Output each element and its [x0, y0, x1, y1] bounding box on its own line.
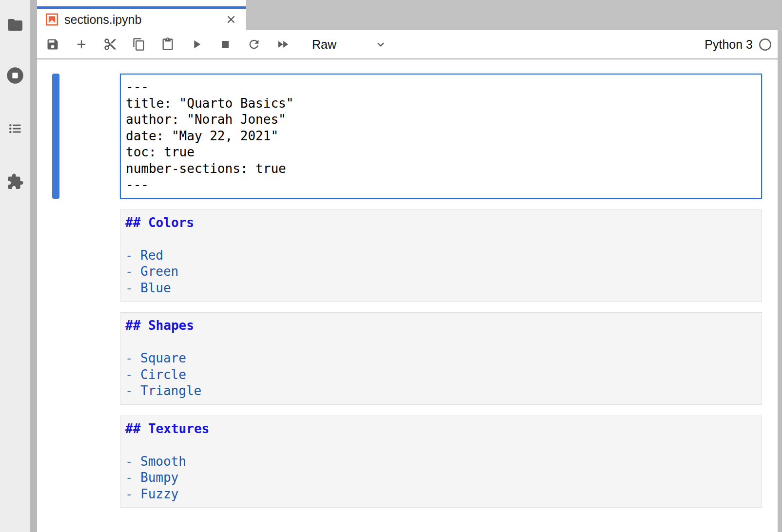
list-marker: -: [125, 350, 140, 367]
list-marker: -: [125, 383, 140, 399]
kernel-indicator: Python 3: [704, 38, 772, 52]
stop-circle-icon: [5, 66, 25, 85]
extension-manager-icon[interactable]: [6, 173, 24, 190]
kernel-status-icon[interactable]: [759, 38, 772, 51]
cell-type-value: Raw: [312, 38, 336, 52]
tab-bar: sections.ipynb: [37, 0, 782, 30]
interrupt-kernel-button[interactable]: [218, 38, 232, 51]
markdown-list-item: -Blue: [125, 280, 757, 297]
list-item-text: Blue: [140, 281, 171, 295]
folder-icon: [6, 16, 24, 34]
markdown-list-item: -Fuzzy: [125, 486, 757, 503]
markdown-list-item: -Square: [125, 350, 757, 367]
sidebar-splitter[interactable]: [30, 0, 37, 532]
fast-forward-icon: [276, 38, 290, 51]
list-icon: [8, 121, 22, 136]
list-marker: -: [125, 470, 140, 486]
list-marker: -: [125, 264, 140, 280]
restart-icon: [247, 38, 261, 51]
markdown-cell-textures[interactable]: ## Textures -Smooth -Bumpy -Fuzzy: [120, 416, 762, 508]
markdown-heading: ## Colors: [125, 215, 757, 231]
main-dock-panel: sections.ipynb: [37, 0, 782, 532]
chevron-down-icon: [374, 38, 387, 51]
list-marker: -: [125, 454, 140, 470]
list-item-text: Smooth: [140, 454, 186, 469]
code-line: number-sections: true: [126, 161, 756, 177]
puzzle-icon: [6, 173, 24, 190]
code-line: date: "May 22, 2021": [126, 128, 756, 145]
notebook-content: --- title: "Quarto Basics" author: "Nora…: [37, 59, 782, 532]
list-item-text: Fuzzy: [140, 487, 178, 501]
copy-cells-button[interactable]: [132, 38, 146, 51]
tab-close-button[interactable]: [225, 14, 237, 25]
markdown-list-item: -Triangle: [125, 383, 757, 399]
list-item-text: Square: [140, 351, 186, 365]
list-marker: -: [125, 367, 140, 383]
copy-icon: [132, 38, 146, 51]
code-line: ---: [126, 177, 756, 193]
list-marker: -: [125, 247, 140, 264]
tab-sections-ipynb[interactable]: sections.ipynb: [37, 6, 246, 30]
running-sessions-icon[interactable]: [5, 66, 25, 85]
cell-collapser-placeholder: [52, 416, 59, 508]
vertical-scrollbar[interactable]: [778, 30, 782, 532]
blank-line: [125, 437, 757, 454]
save-icon: [46, 38, 59, 51]
run-cell-button[interactable]: [190, 38, 203, 51]
activity-bar: [0, 0, 30, 532]
list-item-text: Triangle: [140, 383, 201, 398]
file-browser-icon[interactable]: [6, 16, 24, 34]
cell-collapser-placeholder: [52, 209, 59, 302]
code-line: toc: true: [126, 144, 756, 161]
paste-cells-button[interactable]: [161, 38, 175, 51]
blank-line: [125, 334, 757, 351]
code-line: author: "Norah Jones": [126, 112, 756, 128]
clipboard-icon: [161, 38, 175, 51]
close-icon: [225, 14, 237, 25]
toolbar-icons: [46, 38, 290, 51]
markdown-heading: ## Shapes: [125, 318, 757, 334]
tab-title: sections.ipynb: [64, 13, 225, 27]
plus-icon: [75, 38, 88, 51]
markdown-heading: ## Textures: [125, 421, 757, 437]
cell-row-textures: ## Textures -Smooth -Bumpy -Fuzzy: [52, 416, 782, 508]
markdown-cell-colors[interactable]: ## Colors -Red -Green -Blue: [120, 209, 762, 302]
jupyterlab-window: sections.ipynb: [0, 0, 782, 532]
notebook-file-icon: [46, 13, 58, 26]
cell-type-dropdown[interactable]: Raw: [312, 38, 387, 52]
cell-collapser-placeholder: [52, 312, 59, 405]
list-item-text: Bumpy: [140, 470, 178, 485]
restart-kernel-button[interactable]: [247, 38, 261, 51]
save-button[interactable]: [46, 38, 59, 51]
list-marker: -: [125, 280, 140, 297]
blank-line: [125, 231, 757, 247]
tab-bar-empty-area: [246, 0, 782, 30]
markdown-list-item: -Green: [125, 264, 757, 280]
run-icon: [190, 38, 203, 51]
markdown-cell-shapes[interactable]: ## Shapes -Square -Circle -Triangle: [120, 312, 762, 405]
cell-row-raw: --- title: "Quarto Basics" author: "Nora…: [52, 74, 782, 199]
markdown-list-item: -Bumpy: [125, 470, 757, 486]
markdown-list-item: -Smooth: [125, 454, 757, 470]
cell-row-shapes: ## Shapes -Square -Circle -Triangle: [52, 312, 782, 405]
scissors-icon: [103, 38, 117, 51]
code-line: ---: [126, 79, 756, 95]
list-marker: -: [125, 486, 140, 503]
markdown-list-item: -Red: [125, 247, 757, 264]
list-item-text: Circle: [140, 367, 186, 382]
notebook-toolbar: Raw Python 3: [37, 30, 782, 59]
raw-cell-editor[interactable]: --- title: "Quarto Basics" author: "Nora…: [120, 74, 762, 199]
insert-cell-button[interactable]: [75, 38, 88, 51]
list-item-text: Red: [140, 248, 163, 263]
cut-cells-button[interactable]: [103, 38, 117, 51]
code-line: title: "Quarto Basics": [126, 95, 756, 112]
restart-run-all-button[interactable]: [276, 38, 290, 51]
cell-collapser[interactable]: [52, 74, 59, 199]
cell-row-colors: ## Colors -Red -Green -Blue: [52, 209, 782, 302]
kernel-name[interactable]: Python 3: [704, 38, 753, 52]
markdown-list-item: -Circle: [125, 367, 757, 383]
table-of-contents-icon[interactable]: [8, 121, 22, 136]
stop-icon: [218, 38, 232, 51]
list-item-text: Green: [140, 264, 178, 279]
